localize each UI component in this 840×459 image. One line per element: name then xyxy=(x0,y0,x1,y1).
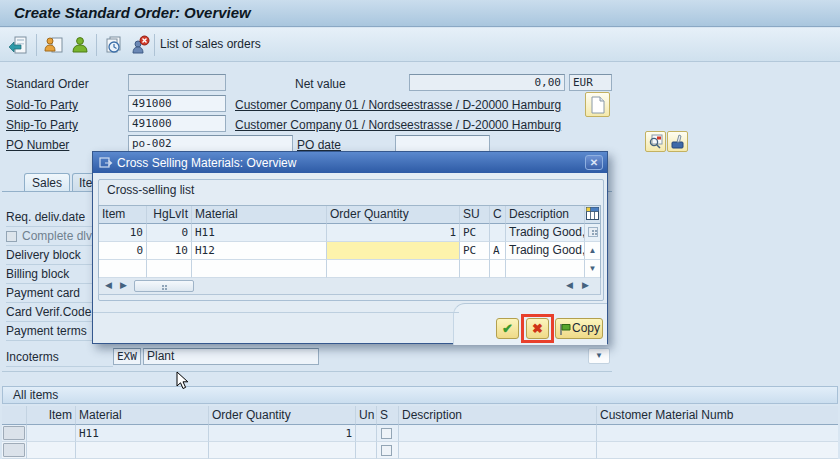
cell-empty[interactable] xyxy=(147,260,192,278)
cell-su[interactable]: PC xyxy=(460,242,490,260)
cell-empty[interactable] xyxy=(192,260,327,278)
create-document-button[interactable] xyxy=(585,92,610,117)
cell-empty[interactable] xyxy=(99,260,147,278)
cell-hglvit[interactable]: 10 xyxy=(147,242,192,260)
cell-s xyxy=(377,442,399,459)
col-item: Item xyxy=(27,406,76,425)
ship-to-party-text[interactable]: Customer Company 01 / Nordseestrasse / D… xyxy=(235,117,561,133)
col-description: Description xyxy=(506,206,585,224)
cross-selling-group-title: Cross-selling list xyxy=(107,183,194,197)
cell-customer-material[interactable] xyxy=(597,442,838,459)
cell-description[interactable]: Trading Good,Re xyxy=(506,242,585,260)
po-date-input[interactable] xyxy=(395,135,490,152)
dialog-table-header: Item HgLvIt Material Order Quantity SU C… xyxy=(99,206,600,224)
cell-item[interactable]: 0 xyxy=(99,242,147,260)
window-titlebar: Create Standard Order: Overview xyxy=(0,0,840,27)
close-icon[interactable]: ✕ xyxy=(585,155,603,170)
scrollbar-thumb[interactable] xyxy=(134,280,194,292)
scroll-down-icon[interactable]: ▼ xyxy=(585,260,600,278)
cross-sell-row: 0 10 H12 PC A Trading Good,Re ▲ xyxy=(99,242,600,260)
cell-item[interactable] xyxy=(27,425,76,442)
scroll-right-icon[interactable]: ▶ xyxy=(582,280,589,290)
table-settings-icon[interactable] xyxy=(586,207,599,220)
confirm-button[interactable]: ✔ xyxy=(496,318,519,339)
scrollbar-grip[interactable] xyxy=(588,227,598,237)
sold-to-party-input[interactable]: 491000 xyxy=(128,95,226,112)
person-icon[interactable] xyxy=(70,35,90,55)
row-selector[interactable] xyxy=(3,426,25,440)
s-checkbox[interactable] xyxy=(381,445,392,456)
new-document-icon xyxy=(591,96,605,114)
cell-empty[interactable] xyxy=(327,260,460,278)
sold-to-party-text[interactable]: Customer Company 01 / Nordseestrasse / D… xyxy=(235,97,561,113)
cell-material[interactable]: H11 xyxy=(192,224,327,242)
exit-icon[interactable] xyxy=(8,35,28,55)
row-selector[interactable] xyxy=(3,443,25,457)
cell-material[interactable] xyxy=(76,442,209,459)
po-number-input[interactable]: po-002 xyxy=(128,135,293,152)
cell-description[interactable] xyxy=(399,425,597,442)
cell-order-quantity[interactable]: 1 xyxy=(327,224,460,242)
copy-button[interactable]: Copy xyxy=(555,318,603,339)
cell-item[interactable] xyxy=(27,442,76,459)
cell-description[interactable]: Trading Good,PD xyxy=(506,224,585,242)
header-scroll-down-button[interactable]: ▼ xyxy=(588,348,610,364)
cell-item[interactable]: 10 xyxy=(99,224,147,242)
col-hglvit: HgLvIt xyxy=(147,206,192,224)
cell-hglvit[interactable]: 0 xyxy=(147,224,192,242)
list-of-sales-orders-button[interactable]: List of sales orders xyxy=(160,37,261,51)
col-order-quantity: Order Quantity xyxy=(327,206,460,224)
cell-material[interactable]: H11 xyxy=(76,425,209,442)
sap-window: Create Standard Order: Overview xyxy=(0,0,840,459)
cell-c[interactable] xyxy=(490,224,506,242)
cross-sell-row-empty: ▼ xyxy=(99,260,600,278)
tab-sales[interactable]: Sales xyxy=(24,173,70,192)
cell-description[interactable] xyxy=(399,442,597,459)
cell-un[interactable] xyxy=(356,425,377,442)
cell-c[interactable]: A xyxy=(490,242,506,260)
cell-order-quantity[interactable]: 1 xyxy=(209,425,356,442)
cell-empty[interactable] xyxy=(460,260,490,278)
reject-icon[interactable] xyxy=(130,35,150,55)
scroll-up-icon[interactable]: ▲ xyxy=(585,242,600,260)
standard-order-label: Standard Order xyxy=(6,76,89,92)
table-row xyxy=(2,442,838,459)
cell-un[interactable] xyxy=(356,442,377,459)
col-material: Material xyxy=(192,206,327,224)
cross-selling-table: Item HgLvIt Material Order Quantity SU C… xyxy=(98,205,601,279)
incoterms-code-input[interactable]: EXW xyxy=(113,348,141,365)
signature-button[interactable] xyxy=(667,131,688,152)
header-details-button[interactable] xyxy=(645,131,666,152)
complete-dlv-checkbox[interactable] xyxy=(6,231,17,242)
toolbar-separator xyxy=(96,34,97,56)
dialog-titlebar[interactable]: Cross Selling Materials: Overview ✕ xyxy=(93,152,607,173)
col-su: SU xyxy=(460,206,490,224)
col-order-quantity: Order Quantity xyxy=(209,406,356,425)
cell-order-quantity[interactable] xyxy=(209,442,356,459)
table-config-cell xyxy=(585,206,600,224)
po-number-label: PO Number xyxy=(6,137,69,153)
vscroll-grip-cell xyxy=(585,224,600,242)
scroll-left-icon[interactable]: ◀ xyxy=(105,280,112,290)
status-overview-icon[interactable] xyxy=(104,35,124,55)
cell-order-quantity-selected[interactable] xyxy=(327,242,460,260)
incoterms-label: Incoterms xyxy=(6,349,113,367)
scroll-left-icon[interactable]: ◀ xyxy=(566,280,573,290)
search-details-icon xyxy=(648,134,663,149)
cell-empty[interactable] xyxy=(490,260,506,278)
partner-document-icon[interactable] xyxy=(44,35,64,55)
cell-empty[interactable] xyxy=(506,260,585,278)
ship-to-party-input[interactable]: 491000 xyxy=(128,115,226,132)
currency-field[interactable]: EUR xyxy=(569,74,612,91)
col-s: S xyxy=(377,406,399,425)
standard-order-input[interactable] xyxy=(128,74,226,91)
incoterms-text-input[interactable]: Plant xyxy=(143,348,319,365)
scroll-right-icon[interactable]: ▶ xyxy=(120,280,127,290)
cell-su[interactable]: PC xyxy=(460,224,490,242)
complete-dlv-label: Complete dlv. xyxy=(22,229,94,243)
ship-to-party-label: Ship-To Party xyxy=(6,117,78,133)
cell-material[interactable]: H12 xyxy=(192,242,327,260)
s-checkbox[interactable] xyxy=(381,428,392,439)
dialog-footer-divider xyxy=(93,312,459,313)
cell-customer-material[interactable] xyxy=(597,425,838,442)
